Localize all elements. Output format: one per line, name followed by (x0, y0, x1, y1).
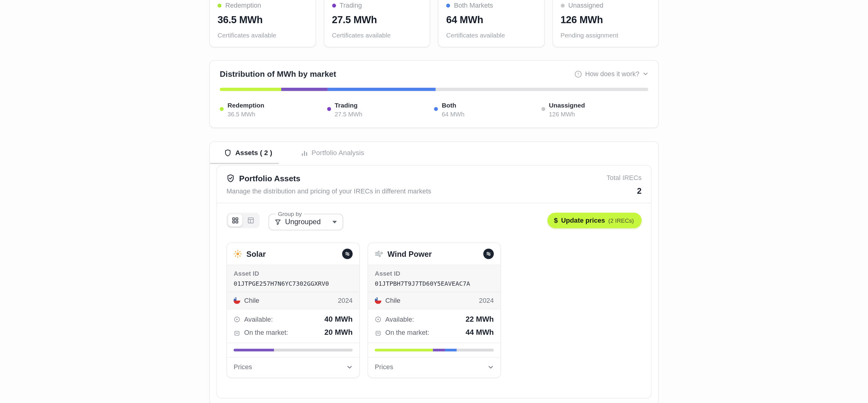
tab-portfolio-analysis-label: Portfolio Analysis (311, 149, 364, 157)
on-market-label: On the market: (385, 328, 429, 336)
asset-id-value: 01JTPGE257H7N6YC7302GGXRV0 (234, 280, 352, 288)
stat-card-label: Trading (340, 2, 362, 9)
bar-segment-unassigned (457, 349, 494, 351)
shopping-bag-icon (234, 329, 240, 336)
stat-card-value: 64 MWh (446, 14, 536, 26)
tab-bar: Assets ( 2 ) Portfolio Analysis (210, 142, 658, 164)
bar-segment-both (328, 88, 436, 91)
total-irecs-value: 2 (607, 186, 642, 196)
bar-segment-trading (433, 349, 445, 351)
asset-settings-button[interactable] (342, 248, 352, 259)
prices-label: Prices (375, 363, 394, 371)
stat-card-value: 126 MWh (561, 14, 651, 26)
question-circle-icon: ? (575, 70, 582, 78)
grid-icon (232, 217, 239, 224)
portfolio-assets-title: Portfolio Assets (239, 174, 301, 183)
stat-card-caption: Certificates available (217, 32, 307, 39)
legend-value: 36.5 MWh (227, 111, 265, 117)
stat-card-both-markets: Both Markets 64 MWh Certificates availab… (438, 0, 545, 47)
trading-dot-icon (332, 3, 336, 7)
distribution-card: Distribution of MWh by market ? How does… (209, 60, 659, 128)
stat-card-caption: Pending assignment (561, 32, 651, 39)
svg-text:?: ? (577, 72, 580, 76)
dollar-icon: $ (554, 216, 558, 224)
how-does-it-work-label: How does it work? (585, 70, 639, 78)
portfolio-assets-subtitle: Manage the distribution and pricing of y… (226, 187, 431, 195)
shopping-bag-icon (375, 329, 381, 336)
legend-item-trading: Trading27.5 MWh (327, 100, 434, 117)
prices-label: Prices (234, 363, 252, 371)
asset-settings-button[interactable] (484, 248, 494, 259)
asset-card-wind-power: Wind Power Asset ID 01JTPBH7T9J7TD60Y5EA… (368, 242, 501, 378)
stat-card-caption: Certificates available (332, 32, 422, 39)
bar-segment-trading (281, 88, 328, 91)
on-market-value: 20 MWh (324, 328, 353, 337)
redemption-dot-icon (220, 107, 224, 111)
asset-year: 2024 (479, 297, 494, 304)
bar-chart-icon (301, 149, 308, 156)
assets-toolbar: Group by Ungrouped $ Update prices (2 IR… (217, 203, 651, 236)
circle-dot-icon (375, 316, 381, 323)
stat-card-label: Both Markets (454, 2, 493, 9)
chevron-down-icon (346, 364, 352, 370)
legend-name: Redemption (227, 102, 265, 109)
stat-card-label: Unassigned (568, 2, 603, 9)
prices-expander[interactable]: Prices (227, 357, 359, 377)
view-mode-switch (226, 213, 259, 228)
sun-icon (234, 250, 242, 258)
grid-view-button[interactable] (228, 214, 243, 227)
available-label: Available: (385, 315, 414, 323)
asset-name: Solar (246, 249, 266, 258)
unassigned-dot-icon (561, 3, 564, 7)
tab-portfolio-analysis[interactable]: Portfolio Analysis (287, 142, 379, 164)
group-by-select[interactable]: Group by Ungrouped (269, 210, 343, 230)
table-view-button[interactable] (244, 214, 258, 227)
asset-metrics: Available: 40 MWh On the market: 20 MWh (227, 309, 359, 343)
trading-dot-icon (327, 107, 331, 111)
tab-assets[interactable]: Assets ( 2 ) (210, 142, 287, 164)
both-dot-icon (434, 107, 438, 111)
asset-bar-row (227, 343, 359, 357)
asset-id-band: Asset ID 01JTPBH7T9J7TD60Y5EAVEAC7A ★ Ch… (368, 265, 500, 309)
portfolio-assets-card: Portfolio Assets Manage the distribution… (217, 165, 652, 398)
dropdown-arrow-icon (333, 220, 337, 224)
asset-country-row: ★ Chile 2024 (368, 292, 500, 309)
asset-country: Chile (385, 297, 400, 304)
bar-segment-unassigned (274, 349, 353, 351)
asset-distribution-bar (375, 349, 494, 351)
bar-segment-redemption (375, 349, 433, 351)
asset-id-value: 01JTPBH7T9J7TD60Y5EAVEAC7A (375, 280, 494, 288)
bar-segment-trading (234, 349, 274, 351)
distribution-legend: Redemption36.5 MWh Trading27.5 MWh Both6… (220, 100, 648, 117)
legend-name: Unassigned (549, 102, 585, 109)
page: Redemption 36.5 MWh Certificates availab… (0, 0, 868, 398)
legend-item-unassigned: Unassigned126 MWh (541, 100, 648, 117)
asset-bar-row (368, 343, 500, 357)
stat-card-caption: Certificates available (446, 32, 536, 39)
redemption-dot-icon (217, 3, 221, 7)
legend-name: Both (442, 102, 456, 109)
both-markets-dot-icon (446, 3, 450, 7)
shield-check-icon (226, 174, 235, 183)
group-by-value: Ungrouped (285, 217, 321, 226)
distribution-title: Distribution of MWh by market (220, 69, 336, 78)
asset-card-solar: Solar Asset ID 01JTPGE257H7N6YC7302GGXRV… (226, 242, 360, 378)
stat-card-value: 27.5 MWh (332, 14, 422, 26)
stat-card-value: 36.5 MWh (217, 14, 307, 26)
how-does-it-work-link[interactable]: ? How does it work? (575, 70, 648, 78)
available-value: 40 MWh (324, 315, 353, 323)
tab-assets-label: Assets ( 2 ) (235, 149, 272, 157)
stat-cards-row: Redemption 36.5 MWh Certificates availab… (209, 0, 659, 47)
legend-item-redemption: Redemption36.5 MWh (220, 100, 327, 117)
unassigned-dot-icon (541, 107, 545, 111)
asset-id-label: Asset ID (234, 270, 352, 277)
update-prices-button[interactable]: $ Update prices (2 IRECs) (547, 213, 641, 228)
chile-flag-icon: ★ (375, 297, 381, 304)
asset-distribution-bar (234, 349, 352, 351)
asset-country: Chile (244, 297, 259, 304)
circle-dot-icon (234, 316, 240, 323)
prices-expander[interactable]: Prices (368, 357, 500, 377)
legend-value: 126 MWh (549, 111, 585, 117)
on-market-value: 44 MWh (465, 328, 494, 337)
shield-icon (224, 149, 231, 157)
